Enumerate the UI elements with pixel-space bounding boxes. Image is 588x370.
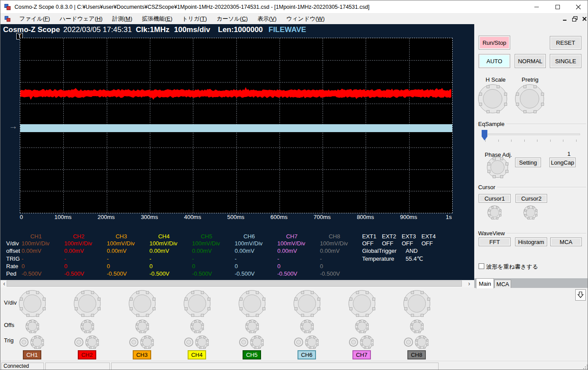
h-scale-knob-notch xyxy=(504,93,507,96)
cursor2-knob[interactable] xyxy=(523,205,537,219)
scrollbar-thumb[interactable] xyxy=(7,280,462,287)
pretrig-label: Pretrig xyxy=(522,76,538,83)
histogram-button[interactable]: Histogram xyxy=(515,237,547,246)
menu-item-e[interactable]: 拡張機能(E) xyxy=(137,14,177,24)
ch6-channel-button[interactable]: CH6 xyxy=(298,350,316,359)
ch8-offset-knob[interactable] xyxy=(410,320,424,333)
run-stop-button[interactable]: Run/Stop xyxy=(479,36,510,50)
single-mode-button[interactable]: SINGLE xyxy=(550,54,581,68)
cursor2-button[interactable]: Cursor2 xyxy=(515,194,547,203)
scrollbar-right-arrow-icon[interactable]: › xyxy=(466,280,472,287)
phase-adj-knob-notch xyxy=(493,175,496,178)
ch4-offset-knob[interactable] xyxy=(190,320,204,333)
menu-item-t[interactable]: トリガ(T) xyxy=(177,14,212,24)
temperature-value: 55.4℃ xyxy=(406,255,423,262)
ch7-channel-button[interactable]: CH7 xyxy=(352,350,371,359)
ch2-trig-knob[interactable] xyxy=(85,335,99,349)
ch7-trig-knob[interactable] xyxy=(360,335,374,349)
ch4-channel-button[interactable]: CH4 xyxy=(188,350,206,359)
ch3-vdiv-knob[interactable] xyxy=(129,290,156,317)
pretrig-knob[interactable] xyxy=(515,84,544,113)
ch7-vdiv-knob[interactable] xyxy=(348,290,375,317)
eqsample-slider-thumb[interactable] xyxy=(482,130,487,140)
ch2-trig-knob-notch xyxy=(94,347,96,349)
ch1-trig-knob[interactable] xyxy=(30,335,44,349)
ch3-offset-knob-notch xyxy=(139,320,142,323)
ch1-offset-knob[interactable] xyxy=(25,320,39,333)
menu-item-h[interactable]: ハードウェア(H) xyxy=(55,14,108,24)
ch2-offset-knob-notch xyxy=(81,328,83,330)
h-scale-knob[interactable] xyxy=(478,84,507,113)
cursor2-knob-notch xyxy=(535,209,537,212)
channel-ch3-offset: 0.00mV xyxy=(107,248,127,254)
resize-grip-icon[interactable] xyxy=(583,368,584,369)
longcap-button[interactable]: LongCap xyxy=(549,158,576,167)
tab-main[interactable]: Main xyxy=(476,278,494,288)
ch3-trig-knob[interactable] xyxy=(140,335,154,349)
ch3-offset-knob-notch xyxy=(144,331,146,333)
minimize-button[interactable] xyxy=(526,0,547,14)
menu-item-v[interactable]: 表示(V) xyxy=(253,14,281,24)
mdi-close-button[interactable] xyxy=(581,15,588,22)
normal-mode-button[interactable]: NORMAL xyxy=(515,54,546,68)
tab-mca[interactable]: MCA xyxy=(494,280,511,288)
menu-item-m[interactable]: 計測(M) xyxy=(107,14,137,24)
ch5-channel-button[interactable]: CH5 xyxy=(243,350,261,359)
mdi-restore-button[interactable] xyxy=(571,15,579,22)
maximize-button[interactable] xyxy=(548,0,568,14)
mca-button[interactable]: MCA xyxy=(550,237,582,246)
channel-ch1-offset: 0.00mV xyxy=(22,248,41,254)
waveform-plot[interactable] xyxy=(20,38,453,213)
ch6-trig-knob-notch xyxy=(309,347,311,349)
ch8-trig-knob[interactable] xyxy=(415,335,428,349)
close-icon xyxy=(576,4,581,10)
phase-adj-knob[interactable] xyxy=(487,157,508,178)
menu-item-c[interactable]: カーソル(C) xyxy=(212,14,253,24)
mdi-child-icon[interactable] xyxy=(4,16,11,22)
ch3-channel-button[interactable]: CH3 xyxy=(133,350,151,359)
ch3-offset-knob[interactable] xyxy=(135,320,149,333)
cursor1-button[interactable]: Cursor1 xyxy=(479,194,511,203)
ch5-offset-knob[interactable] xyxy=(245,320,259,333)
horizontal-scrollbar[interactable]: ‹ › xyxy=(0,280,474,287)
ch4-trig-knob-notch xyxy=(199,347,201,349)
ch8-trig-knob-notch xyxy=(426,339,428,341)
ch4-trig-knob-notch xyxy=(196,339,198,341)
overlay-waveform-checkbox[interactable] xyxy=(479,263,484,269)
ch5-vdiv-knob[interactable] xyxy=(239,290,265,317)
menu-item-w[interactable]: ウィンドウ(W) xyxy=(281,14,329,24)
auto-mode-button[interactable]: AUTO xyxy=(479,54,510,68)
ch6-vdiv-knob[interactable] xyxy=(294,290,320,317)
ch1-channel-button[interactable]: CH1 xyxy=(23,350,41,359)
ch3-offset-knob-notch xyxy=(136,328,138,330)
ch2-offset-knob-notch xyxy=(89,320,91,323)
ch4-vdiv-knob-notch xyxy=(201,314,204,317)
channel-ch5-vdiv: 100mV/Div xyxy=(192,240,220,247)
ch3-trig-knob-notch xyxy=(149,336,151,338)
setting-button[interactable]: Setting xyxy=(515,158,541,167)
trigger-level-arrow[interactable]: → xyxy=(9,121,18,131)
ch8-channel-button[interactable]: CH8 xyxy=(407,350,426,359)
ch2-offset-knob[interactable] xyxy=(80,320,94,333)
ch7-offset-knob[interactable] xyxy=(355,320,369,333)
ch2-vdiv-knob[interactable] xyxy=(74,290,101,317)
ch2-channel-button[interactable]: CH2 xyxy=(78,350,96,359)
eqsample-slider-track[interactable] xyxy=(488,133,580,135)
ch4-trig-knob[interactable] xyxy=(195,335,209,349)
cursor1-knob[interactable] xyxy=(487,205,501,219)
ch5-trig-knob[interactable] xyxy=(250,335,264,349)
menu-item-f[interactable]: ファイル(F) xyxy=(15,14,55,24)
ch5-offset-knob-notch xyxy=(257,328,259,330)
ch6-trig-knob[interactable] xyxy=(305,335,319,349)
mdi-minimize-button[interactable] xyxy=(561,15,569,22)
cursor2-knob-notch xyxy=(532,206,534,208)
close-button[interactable] xyxy=(568,0,588,14)
ch4-vdiv-knob[interactable] xyxy=(184,290,211,317)
panel-collapse-button[interactable] xyxy=(575,289,586,301)
reset-button[interactable]: RESET xyxy=(550,36,581,50)
fft-button[interactable]: FFT xyxy=(479,237,511,246)
ch1-vdiv-knob[interactable] xyxy=(19,290,46,317)
ch8-vdiv-knob[interactable] xyxy=(403,290,430,317)
ch6-offset-knob-notch xyxy=(309,320,311,323)
ch6-offset-knob[interactable] xyxy=(300,320,314,333)
